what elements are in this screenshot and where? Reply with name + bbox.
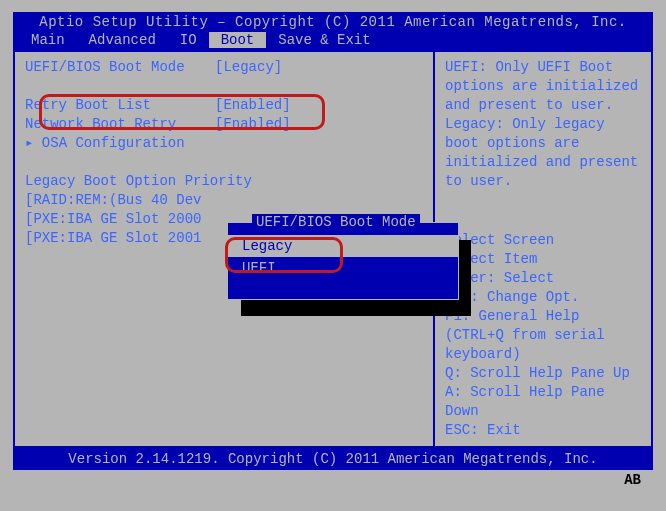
blank-row [25, 153, 423, 172]
row-network-retry[interactable]: Network Boot Retry [Enabled] [25, 115, 423, 134]
row-osa-config[interactable]: ▸ OSA Configuration [25, 134, 423, 153]
value-boot-mode: [Legacy] [215, 58, 282, 77]
label-osa-config: OSA Configuration [42, 134, 185, 153]
label-retry-boot: Retry Boot List [25, 96, 215, 115]
menu-io[interactable]: IO [168, 32, 209, 48]
value-network-retry: [Enabled] [215, 115, 291, 134]
title-bar: Aptio Setup Utility – Copyright (C) 2011… [13, 12, 653, 32]
row-boot-mode[interactable]: UEFI/BIOS Boot Mode [Legacy] [25, 58, 423, 77]
corner-badge: AB [618, 472, 647, 488]
popup-title: UEFI/BIOS Boot Mode [252, 214, 420, 230]
value-retry-boot: [Enabled] [215, 96, 291, 115]
help-description: UEFI: Only UEFI Boot options are initial… [445, 58, 641, 191]
menu-main[interactable]: Main [19, 32, 77, 48]
menu-save-exit[interactable]: Save & Exit [266, 32, 382, 48]
chevron-right-icon: ▸ [25, 134, 42, 153]
legacy-option-0[interactable]: [RAID:REM:(Bus 40 Dev [25, 191, 423, 210]
legacy-priority-header: Legacy Boot Option Priority [25, 172, 423, 191]
menu-advanced[interactable]: Advanced [77, 32, 168, 48]
row-retry-boot[interactable]: Retry Boot List [Enabled] [25, 96, 423, 115]
menu-bar: Main Advanced IO Boot Save & Exit [13, 32, 653, 50]
help-key-legend: Select Screen Select Item Enter: Select … [445, 231, 641, 440]
menu-boot[interactable]: Boot [209, 32, 267, 48]
label-boot-mode: UEFI/BIOS Boot Mode [25, 58, 215, 77]
blank-row [25, 77, 423, 96]
footer-bar: Version 2.14.1219. Copyright (C) 2011 Am… [13, 448, 653, 470]
boot-mode-popup: UEFI/BIOS Boot Mode Legacy UEFI [227, 222, 459, 300]
label-network-retry: Network Boot Retry [25, 115, 215, 134]
popup-option-uefi[interactable]: UEFI [228, 257, 458, 279]
popup-option-legacy[interactable]: Legacy [228, 235, 458, 257]
